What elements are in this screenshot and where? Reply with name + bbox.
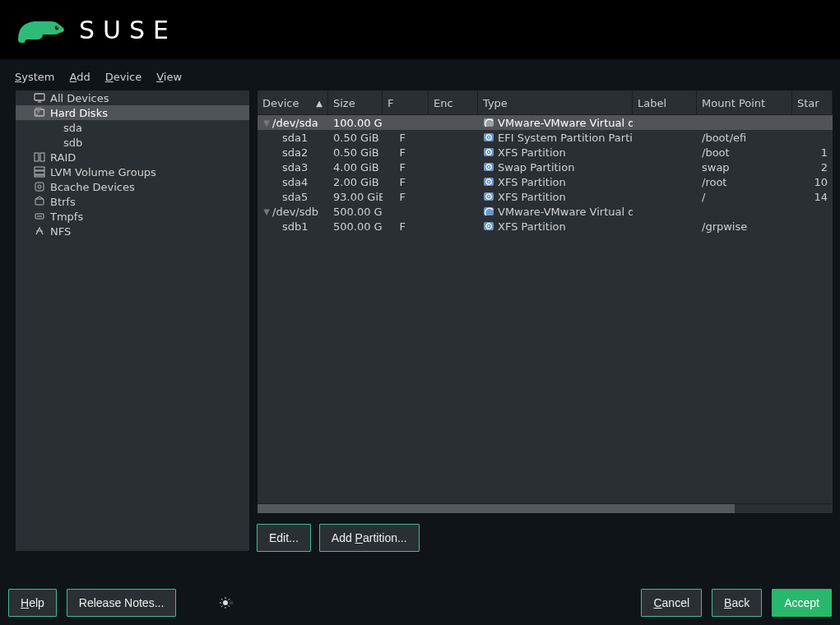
back-button[interactable]: Back — [712, 589, 762, 617]
col-start[interactable]: Star — [792, 90, 833, 114]
partition-table: Device▲ Size F Enc Type Label Mount Poin… — [257, 90, 833, 514]
sidebar-item-label: All Devices — [50, 92, 109, 104]
svg-rect-9 — [35, 171, 44, 174]
svg-rect-2 — [35, 94, 44, 100]
sidebar-item-nfs[interactable]: NFS — [16, 224, 249, 238]
accept-button[interactable]: Accept — [772, 589, 832, 617]
horizontal-scrollbar[interactable] — [258, 503, 833, 513]
sidebar-item-all-devices[interactable]: All Devices — [16, 90, 249, 105]
cell-type: XFS Partition — [498, 176, 566, 188]
sidebar-item-hard-disks[interactable]: Hard Disks — [16, 105, 249, 120]
partition-icon — [483, 132, 494, 143]
cell-f: F — [383, 161, 429, 174]
sidebar-item-label: Bcache Devices — [50, 181, 135, 193]
help-button[interactable]: Help — [8, 589, 57, 617]
cell-f: F — [383, 176, 429, 188]
col-f[interactable]: F — [383, 90, 429, 114]
table-body: ▼/dev/sda100.00 GiBVMware-VMware Virtual… — [258, 115, 833, 503]
table-row[interactable]: sda593.00 GiBFXFS Partition/14 — [258, 189, 833, 204]
sidebar-item-label: Hard Disks — [50, 107, 108, 119]
svg-point-36 — [488, 225, 490, 227]
cell-device: sda3 — [272, 161, 308, 174]
col-mount[interactable]: Mount Point — [697, 90, 792, 114]
footer: Help Release Notes... Cancel Back Accept — [8, 589, 832, 617]
sidebar-item-bcache-devices[interactable]: Bcache Devices — [16, 179, 249, 194]
partition-icon — [483, 220, 494, 232]
cell-type: Swap Partition — [498, 161, 574, 174]
col-size[interactable]: Size — [328, 90, 383, 114]
cell-device: sda1 — [272, 132, 308, 144]
table-row[interactable]: sda10.50 GiBFEFI System Partition Partit… — [258, 130, 833, 145]
scroll-thumb[interactable] — [258, 504, 735, 513]
cell-device: sdb1 — [272, 220, 309, 233]
svg-point-32 — [488, 196, 490, 197]
table-row[interactable]: sda34.00 GiBFSwap Partitionswap2 — [258, 160, 833, 174]
menu-system[interactable]: System — [15, 71, 55, 83]
lvm-icon — [34, 166, 45, 178]
cell-type: XFS Partition — [498, 220, 566, 233]
header: SUSE — [0, 0, 840, 59]
cell-size: 4.00 GiB — [328, 161, 383, 174]
sidebar-item-label: sdb — [63, 137, 82, 149]
table-row[interactable]: sdb1500.00 GiBFXFS Partition/grpwise — [258, 219, 833, 234]
bcache-icon — [34, 181, 45, 192]
cell-size: 93.00 GiB — [328, 191, 383, 203]
cell-size: 500.00 GiB — [328, 206, 383, 218]
svg-rect-8 — [35, 167, 44, 170]
cancel-button[interactable]: Cancel — [641, 589, 702, 617]
cell-f: F — [383, 132, 429, 144]
svg-rect-6 — [35, 153, 39, 161]
svg-line-45 — [229, 599, 230, 600]
svg-point-29 — [488, 181, 490, 183]
disk-icon — [483, 117, 494, 128]
sidebar-item-label: NFS — [50, 225, 71, 238]
sidebar-item-lvm-volume-groups[interactable]: LVM Volume Groups — [16, 164, 249, 179]
sidebar-item-btrfs[interactable]: Btrfs — [16, 194, 249, 209]
raid-icon — [34, 151, 45, 163]
col-type[interactable]: Type — [478, 90, 633, 114]
table-row[interactable]: ▼/dev/sdb500.00 GiBVMware-VMware Virtual… — [258, 204, 833, 219]
edit-button[interactable]: Edit... — [257, 524, 311, 552]
add-partition-button[interactable]: Add Partition... — [319, 524, 420, 552]
sidebar-item-tmpfs[interactable]: Tmpfs — [16, 209, 249, 224]
sidebar-item-sdb[interactable]: sdb — [16, 135, 249, 150]
theme-toggle-icon[interactable] — [219, 595, 235, 611]
row-expand-icon[interactable]: ▼ — [262, 118, 271, 127]
sidebar-item-sda[interactable]: sda — [16, 120, 249, 135]
cell-type: VMware-VMware Virtual disk — [498, 206, 633, 218]
col-enc[interactable]: Enc — [429, 90, 478, 114]
cell-type: EFI System Partition Partition — [498, 132, 633, 144]
cell-mount: swap — [697, 161, 792, 174]
svg-line-42 — [221, 599, 223, 600]
menu-add[interactable]: Add — [70, 71, 90, 83]
table-row[interactable]: sda42.00 GiBFXFS Partition/root10 — [258, 174, 833, 189]
menu-device[interactable]: Device — [105, 71, 142, 83]
cell-start: 10 — [792, 176, 833, 188]
sidebar-item-raid[interactable]: RAID — [16, 150, 249, 164]
cell-device: sda4 — [272, 176, 308, 188]
cell-f: F — [383, 191, 429, 203]
svg-point-0 — [55, 26, 59, 30]
svg-point-23 — [488, 151, 490, 153]
sidebar-item-label: LVM Volume Groups — [50, 166, 156, 178]
col-device[interactable]: Device▲ — [258, 90, 328, 114]
sidebar: All Devices▼Hard DiskssdasdbRAIDLVM Volu… — [15, 90, 250, 552]
row-expand-icon[interactable]: ▼ — [262, 207, 271, 216]
tmpfs-icon — [34, 211, 45, 222]
table-row[interactable]: sda20.50 GiBFXFS Partition/boot1 — [258, 145, 833, 160]
suse-chameleon-icon — [16, 15, 67, 44]
table-row[interactable]: ▼/dev/sda100.00 GiBVMware-VMware Virtual… — [258, 115, 833, 130]
col-label[interactable]: Label — [633, 90, 697, 114]
svg-rect-10 — [35, 175, 44, 177]
release-notes-button[interactable]: Release Notes... — [67, 589, 177, 617]
cell-type: XFS Partition — [498, 146, 566, 159]
cell-device: /dev/sdb — [272, 206, 318, 218]
expand-icon[interactable]: ▼ — [35, 105, 42, 114]
cell-f: F — [383, 220, 429, 233]
cell-size: 0.50 GiB — [328, 146, 383, 159]
svg-point-26 — [488, 166, 490, 168]
svg-line-44 — [221, 606, 223, 608]
cell-start: 2 — [792, 161, 833, 174]
sidebar-item-label: Btrfs — [50, 196, 76, 208]
menu-view[interactable]: View — [156, 71, 182, 83]
